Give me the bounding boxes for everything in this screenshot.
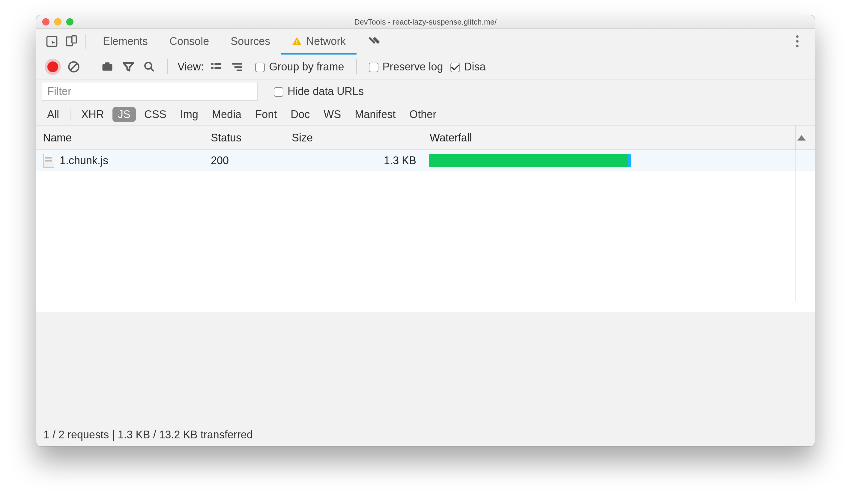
requests-table: Name Status Size Waterfall 1.chunk.js 20… <box>36 126 815 312</box>
type-media[interactable]: Media <box>207 107 247 122</box>
cell-status: 200 <box>204 150 285 172</box>
request-name: 1.chunk.js <box>60 154 108 167</box>
col-size[interactable]: Size <box>285 126 423 149</box>
type-doc[interactable]: Doc <box>285 107 315 122</box>
overview-icon[interactable] <box>228 58 246 76</box>
checkbox-icon <box>369 62 379 72</box>
option-label: Preserve log <box>383 60 443 73</box>
clear-icon[interactable] <box>65 58 83 76</box>
tab-label: Sources <box>231 35 270 48</box>
preserve-log-option[interactable]: Preserve log <box>369 60 443 73</box>
tab-network[interactable]: Network <box>281 29 356 54</box>
svg-rect-2 <box>72 36 76 43</box>
chip-label: JS <box>118 108 130 121</box>
type-xhr[interactable]: XHR <box>76 107 109 122</box>
type-other[interactable]: Other <box>404 107 442 122</box>
svg-rect-14 <box>234 66 242 68</box>
inspect-element-icon[interactable] <box>43 33 60 50</box>
disable-cache-option[interactable]: Disa <box>451 60 486 73</box>
chip-label: Doc <box>291 108 310 121</box>
col-waterfall[interactable]: Waterfall <box>423 126 795 149</box>
svg-rect-12 <box>215 67 221 69</box>
script-file-icon <box>43 154 54 167</box>
status-code: 200 <box>211 154 229 167</box>
cell-gutter <box>795 150 815 172</box>
svg-rect-13 <box>232 63 242 65</box>
hide-data-urls-option[interactable]: Hide data URLs <box>274 85 364 98</box>
th-label: Status <box>211 131 241 144</box>
option-label: Group by frame <box>269 60 344 73</box>
svg-rect-10 <box>215 63 221 65</box>
chip-label: Media <box>212 108 241 121</box>
chip-label: CSS <box>144 108 166 121</box>
devtools-window: DevTools - react-lazy-suspense.glitch.me… <box>36 15 815 447</box>
panel-tabs: Elements Console Sources Network <box>36 29 815 54</box>
th-label: Waterfall <box>430 131 472 144</box>
tab-label: Network <box>306 35 346 48</box>
placeholder-text: Filter <box>47 85 71 98</box>
record-button[interactable] <box>44 58 62 76</box>
type-img[interactable]: Img <box>175 107 204 122</box>
type-all[interactable]: All <box>42 107 65 122</box>
cell-name[interactable]: 1.chunk.js <box>36 150 204 172</box>
option-label: Hide data URLs <box>287 85 364 98</box>
svg-point-8 <box>145 62 152 69</box>
size-value: 1.3 KB <box>384 154 416 167</box>
status-bar: 1 / 2 requests | 1.3 KB / 13.2 KB transf… <box>36 423 815 446</box>
filter-row: Filter Hide data URLs <box>36 79 815 103</box>
col-status[interactable]: Status <box>204 126 285 149</box>
chip-label: Manifest <box>355 108 395 121</box>
type-manifest[interactable]: Manifest <box>349 107 401 122</box>
window-controls <box>42 18 73 25</box>
titlebar: DevTools - react-lazy-suspense.glitch.me… <box>36 15 815 29</box>
close-window-icon[interactable] <box>42 18 50 25</box>
divider <box>70 108 70 121</box>
large-rows-icon[interactable] <box>207 58 225 76</box>
more-tabs-button[interactable] <box>356 29 393 54</box>
resource-type-filters: All XHR JS CSS Img Media Font Doc WS Man… <box>36 103 815 126</box>
checkbox-icon <box>255 62 265 72</box>
status-text: 1 / 2 requests | 1.3 KB / 13.2 KB transf… <box>43 429 253 441</box>
svg-rect-6 <box>103 64 112 70</box>
waterfall-bar <box>429 154 631 167</box>
minimize-window-icon[interactable] <box>54 18 61 25</box>
tab-console[interactable]: Console <box>159 29 220 54</box>
group-by-frame-option[interactable]: Group by frame <box>255 60 344 73</box>
zoom-window-icon[interactable] <box>66 18 73 25</box>
filter-icon[interactable] <box>119 58 137 76</box>
filter-input[interactable]: Filter <box>42 82 258 101</box>
search-icon[interactable] <box>140 58 158 76</box>
svg-rect-15 <box>237 70 242 71</box>
chip-label: Img <box>180 108 198 121</box>
chip-label: Font <box>255 108 277 121</box>
device-toolbar-icon[interactable] <box>63 33 80 50</box>
chip-label: WS <box>323 108 341 121</box>
capture-screenshots-icon[interactable] <box>98 58 116 76</box>
tab-elements[interactable]: Elements <box>92 29 159 54</box>
chip-label: Other <box>409 108 436 121</box>
divider <box>92 59 92 74</box>
type-font[interactable]: Font <box>250 107 282 122</box>
window-title: DevTools - react-lazy-suspense.glitch.me… <box>36 18 815 26</box>
sort-ascending-icon <box>797 135 806 141</box>
col-sort[interactable] <box>795 126 815 149</box>
chip-label: XHR <box>81 108 104 121</box>
view-label: View: <box>177 60 204 73</box>
divider <box>86 34 86 49</box>
cell-waterfall <box>423 150 795 172</box>
tab-sources[interactable]: Sources <box>220 29 281 54</box>
network-toolbar: View: Group by frame Preserve log Disa <box>36 54 815 79</box>
svg-rect-11 <box>211 67 213 69</box>
svg-rect-9 <box>211 63 213 65</box>
tab-label: Elements <box>103 35 148 48</box>
settings-menu-icon[interactable] <box>788 35 806 47</box>
col-name[interactable]: Name <box>36 126 204 149</box>
tab-label: Console <box>170 35 209 48</box>
th-label: Size <box>292 131 313 144</box>
option-label: Disa <box>464 60 486 73</box>
type-js[interactable]: JS <box>112 107 136 122</box>
type-css[interactable]: CSS <box>139 107 172 122</box>
type-ws[interactable]: WS <box>318 107 346 122</box>
checkbox-icon <box>274 87 283 97</box>
table-header: Name Status Size Waterfall <box>36 126 815 150</box>
